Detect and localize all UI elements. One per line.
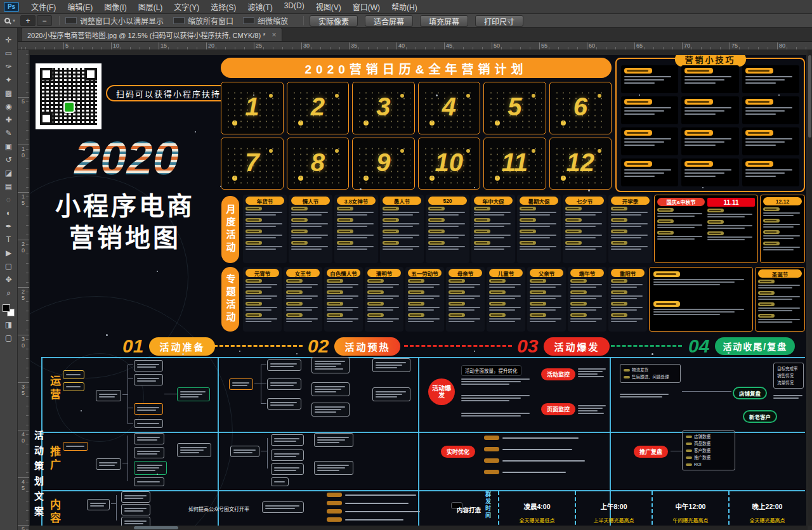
vertical-scrollbar[interactable]: [808, 50, 812, 526]
text-bar: [124, 498, 143, 499]
crop-tool[interactable]: ▩: [2, 87, 16, 99]
mindmap-node: [314, 433, 353, 447]
phase-3: 03活动爆发: [517, 337, 610, 356]
card-section: [657, 219, 705, 228]
screen-mode-button[interactable]: ▢: [2, 332, 16, 344]
zoom-out-button[interactable]: −: [37, 15, 52, 26]
pen-tool[interactable]: ✒: [2, 221, 16, 232]
card-section: [428, 241, 467, 250]
menu-item[interactable]: 图层(L): [133, 1, 169, 12]
text-bar: [624, 176, 655, 177]
ruler-number: 10: [111, 42, 119, 49]
mindmap-node: [63, 442, 88, 451]
menu-item[interactable]: 窗口(W): [347, 1, 386, 12]
section-label-chip: [246, 279, 262, 283]
option-checkbox[interactable]: 细微缩放: [243, 15, 288, 26]
text-bar: [461, 395, 530, 396]
menu-item[interactable]: 视图(V): [310, 1, 347, 12]
menu-item[interactable]: 滤镜(T): [242, 1, 278, 12]
menu-item[interactable]: 图像(I): [98, 1, 132, 12]
zoom-tool[interactable]: ⌕: [2, 287, 16, 299]
text-bar: [570, 298, 596, 299]
options-button[interactable]: 实际像素: [310, 15, 358, 27]
text-bar: [327, 318, 358, 320]
event-card: 清明节: [365, 267, 403, 332]
vertical-ruler[interactable]: 5101520253035404550: [18, 50, 29, 530]
text-bar: [383, 223, 419, 224]
card-section: [246, 241, 284, 250]
text-bar: [270, 385, 294, 386]
text-bar: [449, 321, 475, 322]
text-bar: [428, 212, 465, 213]
mindmap-node: [372, 387, 410, 401]
text-bar: [611, 318, 643, 320]
section-label-chip: [489, 290, 506, 294]
zoom-tool-indicator[interactable]: ▾: [4, 18, 15, 23]
options-button[interactable]: 填充屏幕: [420, 15, 468, 27]
section-label-chip: [763, 207, 780, 211]
options-button[interactable]: 适合屏幕: [365, 15, 413, 27]
blur-tool[interactable]: ◌: [2, 194, 16, 205]
card-section: [520, 241, 558, 250]
path-select-tool[interactable]: ▶: [2, 247, 16, 259]
ruler-number: 5: [63, 42, 69, 49]
text-bar: [461, 413, 530, 414]
menu-item[interactable]: 文字(Y): [168, 1, 205, 12]
text-bar: [327, 284, 358, 285]
menu-item[interactable]: 编辑(E): [62, 1, 98, 12]
card-section: [337, 241, 376, 250]
menu-item[interactable]: 选择(S): [205, 1, 242, 12]
healing-brush-tool[interactable]: ✚: [2, 114, 16, 126]
clone-stamp-tool[interactable]: ▣: [2, 141, 16, 152]
horizontal-scrollbar[interactable]: [29, 526, 808, 530]
document-tab[interactable]: 2020小程序电商营销地图.jpg @ 12.5% (扫码可以获得小程序扶持, …: [21, 27, 282, 41]
tab-close-button[interactable]: ×: [272, 30, 276, 39]
quick-select-tool[interactable]: ✦: [2, 74, 16, 86]
section-label-chip: [286, 279, 303, 283]
ruler-number: 40: [18, 431, 29, 444]
text-bar: [337, 235, 374, 236]
poster-document[interactable]: 扫码可以获得小程序扶持 2020 小程序电商 营销地图 2020营销日历&全年营…: [30, 55, 806, 526]
hand-tool[interactable]: ✥: [2, 274, 16, 285]
event-title: 儿童节: [489, 269, 523, 277]
event-title: 元宵节: [246, 269, 279, 277]
card-section: [367, 279, 401, 288]
lasso-tool[interactable]: ✑: [2, 61, 16, 72]
history-brush-tool[interactable]: ↺: [2, 154, 16, 165]
menu-item[interactable]: 帮助(H): [386, 1, 423, 12]
quick-mask-button[interactable]: ◨: [2, 319, 16, 330]
text-bar: [274, 481, 285, 482]
marquee-tool[interactable]: ▭: [2, 48, 16, 59]
color-swatches[interactable]: [3, 304, 15, 316]
scrollbar-thumb[interactable]: [134, 526, 178, 529]
mindmap-node: [271, 463, 304, 475]
tools: ✛▭✑✦▩◉✚✎▣↺◪▤◌◐✒T▶▢✥⌕: [2, 34, 16, 301]
options-button[interactable]: 打印尺寸: [475, 15, 523, 27]
text-bar: [489, 298, 515, 299]
card-section: [286, 279, 320, 288]
section-label-chip: [520, 241, 536, 245]
eyedropper-tool[interactable]: ◉: [2, 101, 16, 112]
type-tool[interactable]: T: [2, 234, 16, 245]
option-checkbox[interactable]: 缩放所有窗口: [173, 15, 233, 26]
option-checkbox[interactable]: 调整窗口大小以满屏显示: [65, 15, 164, 26]
text-bar: [624, 113, 655, 115]
text-bar: [315, 386, 345, 387]
text-bar: [565, 235, 602, 236]
menu-item[interactable]: 文件(F): [25, 1, 62, 12]
dodge-tool[interactable]: ◐: [2, 207, 16, 219]
gradient-tool[interactable]: ▤: [2, 181, 16, 192]
text-bar: [137, 410, 156, 411]
text-bar: [383, 246, 419, 247]
brush-tool[interactable]: ✎: [2, 127, 16, 139]
horizontal-ruler[interactable]: 5101520253035404550556065707580: [18, 42, 812, 50]
zoom-in-button[interactable]: +: [20, 15, 36, 26]
menu-item[interactable]: 3D(D): [278, 1, 310, 12]
list-text: 物流发货: [632, 366, 648, 373]
ruler-number: 10: [18, 146, 29, 159]
shape-tool[interactable]: ▢: [2, 261, 16, 272]
move-tool[interactable]: ✛: [2, 34, 16, 46]
eraser-tool[interactable]: ◪: [2, 167, 16, 179]
scrollbar-thumb[interactable]: [808, 55, 811, 138]
section-label-chip: [327, 313, 343, 317]
